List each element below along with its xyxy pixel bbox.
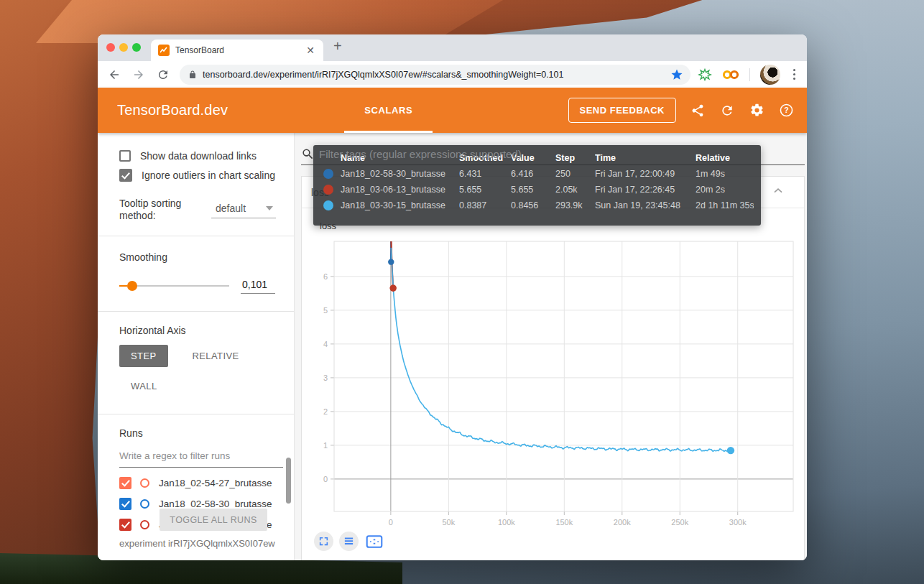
divider: [749, 68, 750, 81]
tooltip-sorting-value: default: [216, 203, 246, 214]
runs-label: Runs: [119, 427, 294, 439]
tooltip-cell: Fri Jan 17, 22:26:45: [595, 182, 696, 198]
run-checkbox[interactable]: [119, 477, 131, 489]
data-options-icon[interactable]: [339, 532, 359, 551]
bookmark-star-icon[interactable]: [670, 68, 683, 81]
tooltip-column-header: Relative: [696, 150, 754, 166]
tensorboard-header: TensorBoard.dev SCALARS SEND FEEDBACK ?: [98, 88, 807, 133]
address-input[interactable]: tensorboard.dev/experiment/irRI7jXGQlqml…: [180, 65, 690, 85]
run-color-dot: [323, 169, 333, 179]
run-color-dot: [323, 200, 333, 210]
close-window-button[interactable]: [106, 43, 115, 52]
run-label: Jan18_02-54-27_brutasse: [159, 478, 272, 488]
loss-chart-svg[interactable]: 0123456050k100k150k200k250k300kloss: [302, 215, 805, 531]
smoothing-slider-knob[interactable]: [127, 281, 137, 291]
axis-label-y: 0: [323, 475, 328, 483]
tooltip-cell: 0.8387: [459, 198, 511, 213]
tooltip-cell: 6.416: [511, 166, 555, 182]
tab-title: TensorBoard: [175, 45, 305, 55]
share-icon[interactable]: [690, 103, 706, 119]
loss-card: loss 0123456050k100k150k200k250k300kloss: [301, 176, 805, 560]
tooltip-cell: Jan18_03-06-13_brutasse: [341, 182, 459, 198]
tab-close-icon[interactable]: ✕: [305, 45, 316, 56]
settings-gear-icon[interactable]: [749, 103, 764, 119]
tooltip-cell: Jan18_03-30-15_brutasse: [341, 198, 459, 213]
extension-star-icon[interactable]: [698, 68, 712, 82]
tooltip-cell: 250: [555, 166, 595, 182]
axis-wall-button[interactable]: WALL: [119, 375, 169, 397]
fullscreen-window-button[interactable]: [132, 43, 141, 52]
axis-label-y: 1: [323, 441, 328, 450]
back-icon[interactable]: [106, 67, 122, 83]
axis-label-x: 300k: [729, 518, 747, 527]
run-checkbox[interactable]: [119, 519, 131, 531]
help-icon[interactable]: ?: [778, 103, 794, 119]
marker-dot: [388, 259, 394, 264]
smoothing-slider[interactable]: [119, 285, 229, 287]
browser-menu-icon[interactable]: [790, 66, 799, 83]
runs-scrollbar[interactable]: [286, 458, 291, 504]
smoothing-value-input[interactable]: [241, 277, 275, 294]
series-group: [391, 241, 730, 451]
horizontal-axis-label: Horizontal Axis: [119, 325, 294, 336]
runs-filter-input[interactable]: [119, 448, 283, 468]
tooltip-cell: 293.9k: [555, 198, 595, 213]
settings-sidebar: Show data download links Ignore outliers…: [98, 133, 295, 560]
tooltip-row-dot-cell: [319, 198, 341, 213]
browser-tab[interactable]: TensorBoard ✕: [151, 40, 323, 61]
profile-avatar[interactable]: [760, 65, 780, 85]
axis-step-button[interactable]: STEP: [119, 345, 168, 367]
axis-label-y: 5: [323, 306, 328, 315]
tooltip-cell: 1m 49s: [696, 166, 754, 182]
tooltip-cell: 6.431: [459, 166, 511, 182]
browser-window: TensorBoard ✕ + tensorboard.dev/experime…: [98, 34, 807, 560]
fit-domain-icon[interactable]: [364, 532, 384, 551]
toggle-all-runs-button[interactable]: TOGGLE ALL RUNS: [160, 509, 267, 531]
ignore-outliers-label: Ignore outliers in chart scaling: [142, 170, 275, 181]
tab-scalars[interactable]: SCALARS: [344, 88, 433, 133]
tooltip-sorting-select[interactable]: default: [211, 201, 276, 218]
axis-label-x: 100k: [498, 518, 515, 527]
svg-text:?: ?: [784, 106, 788, 114]
tab-strip: TensorBoard ✕ +: [98, 34, 807, 61]
tooltip-cell: 5.655: [459, 182, 511, 198]
tooltip-row-dot-cell: [319, 182, 341, 198]
marker-dot: [727, 447, 734, 454]
refresh-icon[interactable]: [719, 103, 735, 119]
run-label: Jan18_02-58-30_brutasse: [159, 499, 272, 509]
new-tab-button[interactable]: +: [333, 38, 342, 55]
experiment-caption: experiment irRI7jXGQlqmlxXS0I07ew: [119, 538, 275, 549]
axis-label-x: 200k: [614, 518, 631, 527]
url-bar: tensorboard.dev/experiment/irRI7jXGQlqml…: [98, 61, 807, 88]
axis-label-x: 50k: [442, 518, 455, 527]
expand-card-icon[interactable]: [314, 532, 333, 551]
smoothing-label: Smoothing: [119, 251, 294, 263]
ignore-outliers-checkbox[interactable]: [119, 169, 132, 182]
run-color-circle: [140, 499, 149, 509]
collapse-chevron-icon[interactable]: [771, 184, 785, 201]
show-download-links-row[interactable]: Show data download links: [119, 150, 294, 162]
show-download-links-label: Show data download links: [140, 150, 257, 162]
forward-icon[interactable]: [131, 67, 147, 83]
run-color-circle: [140, 478, 149, 488]
loss-chart[interactable]: 0123456050k100k150k200k250k300kloss: [302, 215, 804, 531]
reload-icon[interactable]: [155, 67, 171, 83]
filter-tags-input[interactable]: Filter tags (regular expressions support…: [319, 148, 522, 160]
tooltip-cell: Jan18_02-58-30_brutasse: [341, 166, 459, 182]
tooltip-cell: Sun Jan 19, 23:45:48: [595, 198, 696, 213]
run-row[interactable]: Jan18_02-54-27_brutasse: [119, 473, 294, 493]
axis-label-y: 3: [323, 374, 328, 382]
ignore-outliers-row[interactable]: Ignore outliers in chart scaling: [119, 169, 294, 182]
show-download-links-checkbox[interactable]: [119, 150, 131, 162]
axis-label-x: 0: [389, 518, 393, 527]
colab-icon[interactable]: [722, 69, 739, 80]
tooltip-sorting-label: Tooltip sorting method:: [119, 198, 211, 222]
run-checkbox[interactable]: [119, 498, 131, 510]
minimize-window-button[interactable]: [119, 43, 128, 52]
series-path: [391, 248, 730, 451]
tooltip-cell: 2.05k: [555, 182, 595, 198]
send-feedback-button[interactable]: SEND FEEDBACK: [568, 98, 676, 123]
axis-relative-button[interactable]: RELATIVE: [180, 345, 250, 367]
tooltip-column-header: Step: [555, 150, 595, 166]
browser-actions: [698, 65, 799, 85]
